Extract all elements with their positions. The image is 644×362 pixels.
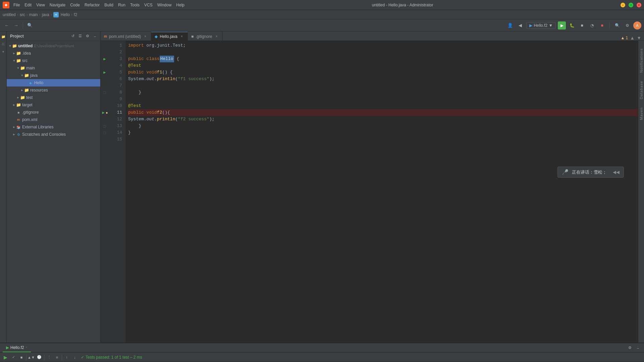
profile-avatar[interactable]: A [633,21,641,29]
project-toolbar-btn1[interactable]: ↺ [69,33,76,40]
run-config-selector[interactable]: ▶ Hello.f2 ▼ [526,22,556,29]
menu-navigate[interactable]: Navigate [50,3,65,7]
minimize-button[interactable]: − [621,3,625,7]
project-icon[interactable]: 📁 [1,34,6,39]
tree-scratches[interactable]: ► ⚙ Scratches and Consoles [7,131,100,138]
code-line-1: import org.junit.Test; [128,42,641,49]
tree-pom-label: pom.xml [22,117,37,122]
run-tab[interactable]: ▶ Hello.f2 × [3,344,31,352]
maven-tab[interactable]: Maven [638,103,644,124]
menu-window[interactable]: Window [157,3,172,7]
collapse-btn[interactable]: ≡ [54,354,60,361]
menu-run[interactable]: Run [118,3,125,7]
toolbar-right: 👤 ◀ ▶ Hello.f2 ▼ ▶ 🐛 ■ ◔ ■ 🔍 ⚙ A [506,21,641,29]
menu-edit[interactable]: Edit [24,3,32,7]
tab-hello[interactable]: ◆ Hello.java × [151,32,188,41]
run-tab-label: Hello.f2 [10,345,24,350]
breadcrumb-item-main[interactable]: main [29,12,38,17]
menu-refactor[interactable]: Refactor [85,3,100,7]
run-gutter-line5[interactable]: ► [101,69,109,76]
breadcrumb-item-hello[interactable]: Hello [61,12,70,17]
bookmarks-icon[interactable]: ● [1,49,6,54]
tree-main[interactable]: ▼ 📁 main [7,64,100,72]
fold-gutter-line14[interactable]: □ [101,129,109,136]
ext-libs-icon: 📚 [16,125,21,129]
breadcrumb-item-java[interactable]: java [42,12,49,17]
profile-button[interactable]: ◔ [588,21,596,29]
root-folder-icon: 📁 [12,44,17,48]
menu-code[interactable]: Code [70,3,80,7]
stop-run-btn[interactable]: ■ [18,354,25,361]
database-tab[interactable]: Database [638,77,644,103]
fold-gutter-line8[interactable]: □ [101,89,109,96]
breadcrumb-item-src[interactable]: src [20,12,25,17]
menu-build[interactable]: Build [104,3,113,7]
stop-button[interactable]: ■ [598,21,606,29]
debug-button[interactable]: 🐛 [568,21,576,29]
chevron-up-icon[interactable]: ▲ [630,35,635,41]
project-toolbar-btn3[interactable]: ⚙ [84,33,91,40]
tab-pom[interactable]: m pom.xml (untitled) × [101,32,151,41]
tab-hello-close[interactable]: × [179,34,184,39]
maximize-button[interactable]: □ [629,3,633,7]
sort-duration-btn[interactable]: 🕐 [36,354,43,361]
tree-test[interactable]: ► 📁 test [7,94,100,101]
tree-java[interactable]: ▼ 📁 java [7,72,100,79]
structure-icon[interactable]: ☵ [1,42,6,46]
window-title: untitled - Hello.java - Administrator [372,3,433,7]
chevron-down-icon[interactable]: ▼ [637,35,641,41]
forward-button[interactable]: → [12,21,20,29]
tab-gitignore-close[interactable]: × [214,34,219,39]
menu-help[interactable]: Help [176,3,184,7]
bottom-toolbar: ▶ ✓ ■ ▲▼ 🕐 ⋮ ≡ ↑ ↓ ✓ Tests passed: 1 of … [0,353,644,362]
fold-gutter-line13[interactable]: □ [101,123,109,129]
close-button[interactable]: × [637,3,641,7]
line-numbers: 1 2 3 4 5 6 7 8 9 10 11 12 13 14 15 [109,41,125,343]
search-everywhere-button[interactable]: 🔍 [26,21,34,29]
code-editor[interactable]: import org.junit.Test; public class Hell… [125,41,644,343]
voice-back-icon[interactable]: ◀◀ [613,170,620,175]
tree-src[interactable]: ▼ 📁 src [7,57,100,64]
tree-root[interactable]: ▼ 📁 untitled E:\Java\IdeaProjects\unt [7,42,100,50]
run-gutter-line11[interactable]: ► [101,109,105,116]
tree-pom[interactable]: m pom.xml [7,116,100,123]
breadcrumb-item-f2[interactable]: f2 [74,12,77,17]
expand-btn[interactable]: ⋮ [46,354,52,361]
menu-tools[interactable]: Tools [130,3,140,7]
tree-main-label: main [26,66,35,70]
run-gutter-line3[interactable]: ► [101,56,109,62]
notifications-tab[interactable]: Notifications [638,44,644,77]
scroll-up-btn[interactable]: ↑ [63,354,70,361]
tree-ext-libs[interactable]: ► 📚 External Libraries [7,123,100,131]
sort-alpha-btn[interactable]: ▲▼ [28,354,35,361]
menu-vcs[interactable]: VCS [144,3,153,7]
user-icon[interactable]: 👤 [506,21,514,29]
search-button[interactable]: 🔍 [613,21,621,29]
run-button[interactable]: ▶ [558,21,566,29]
bottom-close[interactable]: – [635,345,641,351]
tab-pom-close[interactable]: × [143,34,148,39]
settings-button[interactable]: ⚙ [623,21,631,29]
tree-idea[interactable]: ► 📁 .idea [7,50,100,57]
tree-hello[interactable]: ◆ Hello [7,79,100,86]
back-button[interactable]: ← [3,21,11,29]
bottom-settings[interactable]: ⚙ [627,345,633,351]
menu-bar: File Edit View Navigate Code Refactor Bu… [13,3,184,7]
menu-view[interactable]: View [36,3,45,7]
tree-gitignore[interactable]: ■ .gitignore [7,109,100,116]
rerun-failed-btn[interactable]: ✓ [10,354,17,361]
project-toolbar-btn2[interactable]: ☰ [77,33,84,40]
tree-target[interactable]: ► 📁 target [7,101,100,109]
breadcrumb: untitled › src › main › java › H Hello ›… [0,10,644,19]
coverage-button[interactable]: ■ [578,21,586,29]
scroll-down-btn[interactable]: ↓ [71,354,78,361]
run-tab-close[interactable]: × [25,346,28,349]
rerun-btn[interactable]: ▶ [2,354,9,361]
tab-gitignore[interactable]: ■ .gitignore × [188,32,223,41]
hello-tab-icon: ◆ [155,34,158,39]
breadcrumb-item-untitled[interactable]: untitled [3,12,16,17]
nav-left-icon[interactable]: ◀ [516,21,524,29]
tree-resources[interactable]: ► 📁 resources [7,86,100,94]
project-toolbar-btn4[interactable]: – [92,33,98,40]
menu-file[interactable]: File [13,3,20,7]
